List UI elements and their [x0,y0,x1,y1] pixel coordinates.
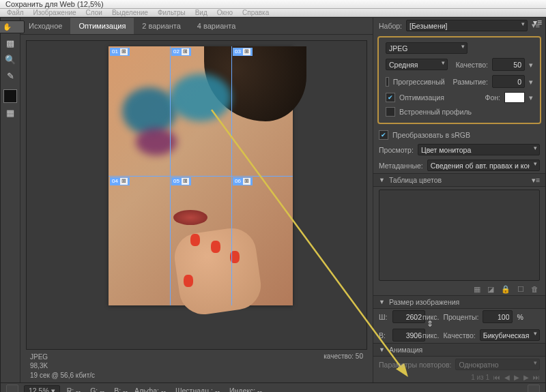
zoom-select[interactable]: 12,5% ▾ [24,385,60,392]
preset-select[interactable]: [Безымени] [406,20,528,31]
slice-badge[interactable]: 01⊞ [110,48,130,56]
menu-item[interactable]: Изображение [33,9,76,16]
flyout-icon[interactable]: ▾≡ [532,176,540,184]
view-tabs: Исходное Оптимизация 2 варианта 4 вариан… [20,18,373,35]
menu-item[interactable]: Выделение [112,9,148,16]
zoom-tool[interactable]: 🔍 [3,52,18,66]
g-readout: G: -- [90,387,104,392]
slice-badge[interactable]: 02⊞ [171,48,191,56]
optimize-flyout-menu-icon[interactable]: ▾≡ [533,18,542,27]
menu-item[interactable]: Файл [7,9,24,16]
format-select[interactable]: JPEG [386,42,468,54]
tab-optimized[interactable]: Оптимизация [70,18,134,34]
trash-icon[interactable]: 🗑 [531,285,538,294]
preview-label: Просмотр: [379,146,414,154]
chevron-down-icon: ▼ [379,299,385,305]
color-table [379,190,540,281]
quality-input[interactable] [492,58,525,71]
slice-badge[interactable]: 04⊞ [110,177,130,185]
new-color-icon[interactable]: ☐ [517,285,524,294]
lock-color-icon[interactable]: 🔒 [501,285,511,294]
slice-visibility-toggle[interactable]: ▦ [3,106,18,119]
constrain-link-icon[interactable]: ⇕ [427,319,433,329]
progressive-checkbox[interactable] [386,77,389,87]
last-frame-icon: ⏭ [533,374,540,381]
embed-profile-checkbox[interactable] [386,107,395,117]
status-bar: 12,5% ▾ R: -- G: -- B: -- Альфа: -- Шест… [1,382,545,392]
blur-label: Размытие: [453,78,488,86]
chevron-down-icon: ▼ [379,177,385,183]
percent-label: Проценты: [443,313,478,321]
srgb-checkbox[interactable] [379,130,388,140]
browser-dither-icon[interactable] [528,385,540,392]
r-readout: R: -- [67,387,81,392]
srgb-label: Преобразовать в sRGB [392,131,470,139]
menu-item[interactable]: Слои [86,9,102,16]
prev-frame-icon: ◀ [504,374,510,381]
resample-select[interactable]: Бикубическая [480,329,540,341]
quality-label: Качество: [456,61,488,69]
preview-canvas[interactable]: 01⊞ 02⊞ 03⊞ 04⊞ 05⊞ 06⊞ [26,40,367,350]
tab-4up[interactable]: 4 варианта [189,18,244,34]
menu-item[interactable]: Фильтры [158,9,186,16]
first-frame-icon: ⏮ [493,374,500,381]
eyedropper-color-swatch[interactable] [3,89,17,103]
alpha-readout: Альфа: -- [134,387,166,392]
loop-label: Параметры повторов: [379,361,451,369]
chevron-down-icon[interactable]: ▾ [529,78,533,86]
width-input[interactable] [392,310,425,323]
preset-label: Набор: [379,22,402,30]
slice-badge[interactable]: 03⊞ [233,48,253,56]
image-size-header[interactable]: ▼ Размер изображения [373,295,545,309]
optimize-info: JPEG 98,3K 19 сек @ 56,6 кбит/с [30,352,95,380]
menu-item[interactable]: Справка [242,9,269,16]
blur-input[interactable] [492,75,525,88]
chevron-down-icon[interactable]: ▾ [529,93,533,102]
snap-web-icon[interactable]: ▦ [474,285,480,294]
metadata-select[interactable]: Сведения об авт. правах и контакты [427,160,540,171]
index-readout: Индекс: -- [229,387,262,392]
optimized-checkbox[interactable] [386,93,395,102]
animation-header[interactable]: ▼ Анимация [373,343,545,357]
slice-badge[interactable]: 05⊞ [171,177,191,185]
tab-original[interactable]: Исходное [20,18,70,34]
resample-label: Качество: [443,331,475,340]
chevron-down-icon: ▼ [379,346,385,353]
tool-strip: ✋ ▩ 🔍 ✎ ▦ [1,18,20,382]
chevron-down-icon[interactable]: ▾ [529,61,533,69]
format-settings-highlight: JPEG Средняя Качество: ▾ Прогрессивный Р… [377,36,541,124]
window-titlebar: Сохранить для Web (12,5%) [0,0,546,9]
b-readout: B: -- [114,387,128,392]
progressive-label: Прогрессивный [393,78,445,86]
hex-readout: Шестнадц.: -- [175,387,220,392]
frame-counter: 1 из 1 [471,374,489,381]
settings-panel: Набор: [Безымени] ▾≡ JPEG Средняя Качест… [373,18,545,382]
matte-color-swatch[interactable] [504,92,525,103]
loop-select: Однократно [455,359,540,370]
menu-item[interactable]: Вид [195,9,207,16]
menu-item[interactable]: Окно [217,9,233,16]
height-input[interactable] [392,329,425,342]
quality-preset-select[interactable]: Средняя [386,59,448,70]
quality-readout: качество: 50 [324,352,363,380]
eyedropper-tool[interactable]: ✎ [3,69,18,82]
shift-web-icon[interactable]: ◪ [487,285,494,294]
color-blindness-preview-icon[interactable] [6,385,18,392]
tab-2up[interactable]: 2 варианта [134,18,189,34]
color-table-header[interactable]: ▼ Таблица цветов ▾≡ [373,173,545,187]
width-label: Ш: [379,313,388,321]
embed-profile-label: Встроенный профиль [399,108,472,116]
percent-input[interactable] [483,310,513,323]
percent-sign: % [517,313,523,321]
slice-select-tool[interactable]: ▩ [3,36,18,50]
app-menubar: Файл Изображение Слои Выделение Фильтры … [0,9,546,17]
slice-badge[interactable]: 06⊞ [233,177,253,185]
window-title: Сохранить для Web (12,5%) [5,0,104,8]
px-label: пикс. [422,331,439,340]
optimized-label: Оптимизация [399,93,444,102]
hand-tool[interactable]: ✋ [0,20,25,33]
matte-label: Фон: [485,93,500,102]
preview-select[interactable]: Цвет монитора [418,144,540,155]
play-icon: ▶ [514,374,519,381]
metadata-label: Метаданные: [379,162,423,170]
